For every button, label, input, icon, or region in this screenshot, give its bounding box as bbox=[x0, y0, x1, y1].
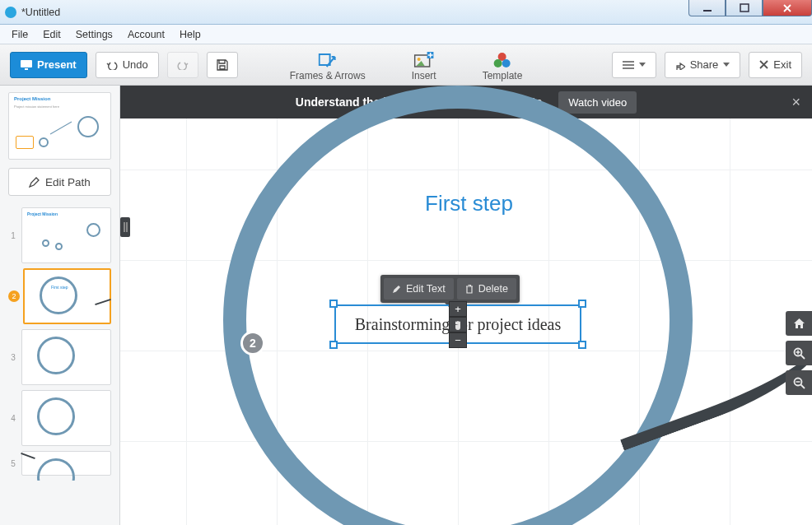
main-toolbar: Present Undo Frames & Arrows Insert Temp… bbox=[0, 44, 812, 86]
undo-icon bbox=[106, 60, 118, 70]
redo-button[interactable] bbox=[167, 52, 198, 78]
present-button[interactable]: Present bbox=[10, 52, 87, 78]
undo-button[interactable]: Undo bbox=[96, 52, 159, 78]
home-button[interactable] bbox=[786, 311, 812, 336]
frame-heading[interactable]: First step bbox=[425, 191, 513, 216]
trash-icon bbox=[465, 285, 474, 294]
monitor-icon bbox=[21, 60, 32, 70]
path-item[interactable]: 2 First step bbox=[8, 268, 111, 324]
menu-settings[interactable]: Settings bbox=[69, 27, 119, 42]
path-num: 5 bbox=[8, 459, 18, 468]
path-thumb[interactable] bbox=[21, 329, 111, 385]
canvas-controls bbox=[786, 311, 812, 395]
zoom-in-icon bbox=[793, 347, 805, 360]
svg-point-9 bbox=[494, 59, 502, 67]
close-icon bbox=[759, 60, 768, 69]
title-bar: *Untitled bbox=[0, 0, 812, 25]
pencil-icon bbox=[29, 177, 40, 188]
insert-button[interactable]: Insert bbox=[412, 51, 436, 81]
move-handle[interactable] bbox=[449, 317, 467, 332]
hand-icon bbox=[453, 320, 463, 330]
svg-rect-1 bbox=[740, 4, 749, 12]
path-num: 1 bbox=[8, 231, 18, 240]
caret-down-icon bbox=[639, 63, 646, 67]
path-step-badge[interactable]: 2 bbox=[240, 331, 265, 355]
svg-rect-0 bbox=[703, 10, 712, 12]
window-controls bbox=[688, 0, 812, 16]
selected-text-object[interactable]: Brainstorming for project ideas + − bbox=[334, 304, 581, 344]
scale-up-button[interactable]: + bbox=[449, 301, 467, 317]
insert-icon bbox=[414, 51, 434, 69]
scale-down-button[interactable]: − bbox=[449, 332, 467, 348]
edit-text-label: Edit Text bbox=[406, 283, 446, 295]
menu-help[interactable]: Help bbox=[173, 27, 208, 42]
overview-thumb[interactable]: Project Mission Project mission statemen… bbox=[8, 92, 111, 160]
watch-video-button[interactable]: Watch video bbox=[558, 91, 637, 114]
frames-arrows-button[interactable]: Frames & Arrows bbox=[290, 51, 366, 81]
share-button[interactable]: Share bbox=[665, 52, 741, 78]
path-item[interactable]: 3 bbox=[8, 329, 111, 385]
toolbar-center: Frames & Arrows Insert Template bbox=[290, 44, 523, 85]
path-thumb[interactable]: First step bbox=[23, 268, 111, 324]
transform-control: + − bbox=[449, 301, 467, 348]
exit-button[interactable]: Exit bbox=[749, 52, 802, 78]
template-icon bbox=[493, 51, 511, 69]
list-icon bbox=[623, 61, 634, 69]
frames-label: Frames & Arrows bbox=[290, 70, 366, 81]
window-title: *Untitled bbox=[21, 7, 60, 18]
svg-point-6 bbox=[418, 58, 421, 61]
sidebar-collapse-handle[interactable] bbox=[120, 217, 130, 237]
path-item[interactable]: 1 Project Mission bbox=[8, 207, 111, 263]
selection-context-toolbar: Edit Text Delete bbox=[380, 275, 520, 303]
path-item[interactable]: 5 bbox=[8, 451, 111, 476]
svg-rect-2 bbox=[21, 60, 32, 67]
pencil-icon bbox=[392, 285, 401, 294]
zoom-out-button[interactable] bbox=[786, 370, 812, 395]
banner-close-button[interactable]: × bbox=[791, 94, 800, 111]
menu-file[interactable]: File bbox=[5, 27, 35, 42]
delete-label: Delete bbox=[478, 283, 508, 295]
save-icon bbox=[217, 59, 228, 71]
present-label: Present bbox=[37, 58, 77, 71]
frames-icon bbox=[319, 51, 337, 69]
minimize-button[interactable] bbox=[688, 0, 726, 16]
edit-text-button[interactable]: Edit Text bbox=[384, 278, 454, 300]
caret-down-icon bbox=[723, 63, 730, 67]
path-list: 1 Project Mission 2 First step 3 bbox=[8, 207, 111, 481]
canvas-area: Understand the basics of Prezi in one mi… bbox=[120, 86, 812, 525]
redo-icon bbox=[177, 60, 189, 70]
home-icon bbox=[793, 318, 805, 329]
aspect-menu-button[interactable] bbox=[612, 52, 656, 78]
delete-button[interactable]: Delete bbox=[457, 278, 516, 300]
menu-edit[interactable]: Edit bbox=[36, 27, 68, 42]
share-label: Share bbox=[690, 58, 719, 71]
svg-rect-3 bbox=[25, 68, 28, 70]
path-thumb[interactable] bbox=[21, 390, 111, 446]
share-icon bbox=[675, 60, 685, 70]
insert-label: Insert bbox=[412, 70, 436, 81]
close-button[interactable] bbox=[763, 0, 812, 16]
edit-path-button[interactable]: Edit Path bbox=[8, 168, 111, 196]
svg-point-10 bbox=[502, 59, 511, 67]
path-num: 3 bbox=[8, 353, 18, 362]
undo-label: Undo bbox=[123, 58, 148, 71]
zoom-out-icon bbox=[793, 377, 805, 389]
workspace: Project Mission Project mission statemen… bbox=[0, 86, 812, 525]
zoom-in-button[interactable] bbox=[786, 341, 812, 365]
path-thumb[interactable]: Project Mission bbox=[21, 207, 111, 263]
exit-label: Exit bbox=[773, 58, 791, 71]
path-num: 4 bbox=[8, 414, 18, 423]
template-button[interactable]: Template bbox=[483, 51, 523, 81]
canvas[interactable]: First step 2 Edit Text Delete bbox=[120, 118, 812, 525]
path-item[interactable]: 4 bbox=[8, 390, 111, 446]
path-thumb[interactable] bbox=[21, 451, 111, 476]
maximize-button[interactable] bbox=[726, 0, 763, 16]
save-button[interactable] bbox=[207, 52, 238, 78]
path-sidebar: Project Mission Project mission statemen… bbox=[0, 86, 120, 525]
menu-bar: File Edit Settings Account Help bbox=[0, 25, 812, 44]
menu-account[interactable]: Account bbox=[121, 27, 171, 42]
toolbar-right: Share Exit bbox=[612, 52, 802, 78]
edit-path-label: Edit Path bbox=[45, 176, 91, 188]
app-icon bbox=[5, 7, 16, 18]
template-label: Template bbox=[483, 70, 523, 81]
